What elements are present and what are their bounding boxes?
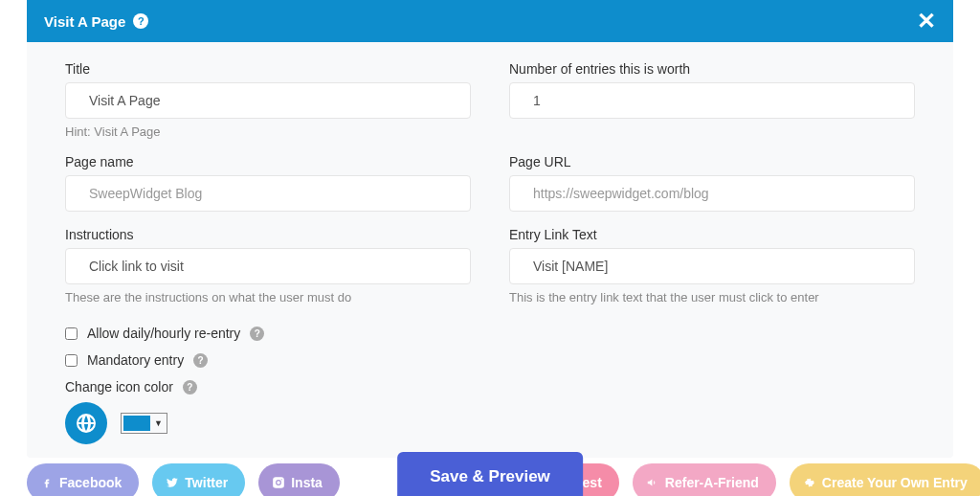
help-icon[interactable]: ? bbox=[250, 327, 264, 341]
twitter-pill-label: Twitter bbox=[185, 475, 228, 490]
entries-field-group: Number of entries this is worth bbox=[509, 61, 915, 139]
help-icon[interactable]: ? bbox=[133, 13, 148, 29]
page-url-label: Page URL bbox=[509, 154, 915, 169]
title-label: Title bbox=[65, 61, 471, 77]
page-name-label: Page name bbox=[65, 154, 471, 169]
title-hint: Hint: Visit A Page bbox=[65, 124, 471, 139]
allow-reentry-checkbox[interactable] bbox=[65, 327, 78, 340]
bullhorn-icon bbox=[646, 476, 659, 489]
page-url-input[interactable] bbox=[509, 175, 915, 212]
entry-link-text-input[interactable] bbox=[509, 248, 915, 284]
instagram-pill[interactable]: Insta bbox=[258, 463, 340, 496]
facebook-pill-label: Facebook bbox=[59, 475, 122, 490]
mandatory-label: Mandatory entry bbox=[87, 352, 184, 368]
twitter-pill[interactable]: Twitter bbox=[152, 463, 245, 496]
checkbox-group: Allow daily/hourly re-entry ? Mandatory … bbox=[65, 326, 915, 368]
page-name-input[interactable] bbox=[65, 175, 471, 212]
modal-body: Title Hint: Visit A Page Number of entri… bbox=[27, 42, 953, 458]
mandatory-checkbox[interactable] bbox=[65, 354, 78, 367]
instructions-input[interactable] bbox=[65, 248, 471, 284]
title-input[interactable] bbox=[65, 82, 471, 119]
refer-friend-pill-label: Refer-A-Friend bbox=[665, 475, 759, 490]
globe-icon bbox=[65, 402, 107, 444]
save-preview-button[interactable]: Save & Preview bbox=[397, 452, 583, 496]
entry-link-text-field-group: Entry Link Text This is the entry link t… bbox=[509, 227, 915, 304]
entries-input[interactable] bbox=[509, 82, 915, 119]
gear-icon bbox=[803, 476, 816, 489]
form-row-2: Page name Page URL bbox=[65, 154, 915, 212]
allow-reentry-label: Allow daily/hourly re-entry bbox=[87, 326, 240, 341]
modal-header: Visit A Page ? ✕ bbox=[27, 0, 953, 42]
color-picker[interactable]: ▼ bbox=[121, 413, 167, 434]
refer-friend-pill[interactable]: Refer-A-Friend bbox=[633, 463, 776, 496]
icon-color-label-row: Change icon color ? bbox=[65, 379, 915, 395]
instructions-field-group: Instructions These are the instructions … bbox=[65, 227, 471, 304]
allow-reentry-row: Allow daily/hourly re-entry ? bbox=[65, 326, 915, 341]
color-swatch bbox=[123, 416, 150, 431]
icon-color-label: Change icon color bbox=[65, 379, 173, 395]
facebook-pill[interactable]: Facebook bbox=[27, 463, 139, 496]
icon-color-row: ▼ bbox=[65, 402, 915, 444]
chevron-down-icon: ▼ bbox=[152, 418, 165, 428]
modal: Visit A Page ? ✕ Title Hint: Visit A Pag… bbox=[27, 0, 953, 458]
instagram-pill-label: Insta bbox=[291, 475, 323, 490]
entry-link-text-label: Entry Link Text bbox=[509, 227, 915, 242]
instructions-hint: These are the instructions on what the u… bbox=[65, 290, 471, 304]
instructions-label: Instructions bbox=[65, 227, 471, 242]
help-icon[interactable]: ? bbox=[183, 380, 197, 395]
entry-link-text-hint: This is the entry link text that the use… bbox=[509, 290, 915, 304]
twitter-icon bbox=[166, 476, 179, 489]
facebook-icon bbox=[40, 476, 54, 489]
custom-entry-pill[interactable]: Create Your Own Entry bbox=[790, 463, 980, 496]
mandatory-row: Mandatory entry ? bbox=[65, 352, 915, 368]
instagram-icon bbox=[272, 476, 285, 489]
form-row-1: Title Hint: Visit A Page Number of entri… bbox=[65, 61, 915, 139]
modal-header-left: Visit A Page ? bbox=[44, 13, 148, 30]
page-name-field-group: Page name bbox=[65, 154, 471, 212]
form-row-3: Instructions These are the instructions … bbox=[65, 227, 915, 304]
close-icon[interactable]: ✕ bbox=[917, 10, 936, 33]
title-field-group: Title Hint: Visit A Page bbox=[65, 61, 471, 139]
custom-entry-pill-label: Create Your Own Entry bbox=[822, 475, 968, 490]
help-icon[interactable]: ? bbox=[193, 353, 208, 368]
modal-title: Visit A Page bbox=[44, 13, 125, 30]
entries-label: Number of entries this is worth bbox=[509, 61, 915, 77]
page-url-field-group: Page URL bbox=[509, 154, 915, 212]
